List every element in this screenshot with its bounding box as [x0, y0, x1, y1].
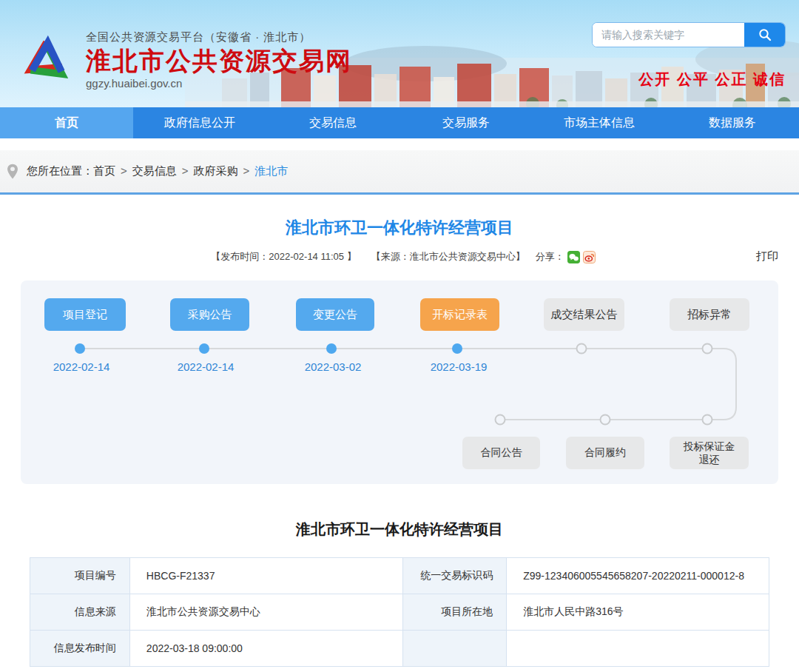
breadcrumb: 您所在位置：首页>交易信息>政府采购>淮北市 [27, 164, 288, 178]
timeline-connector-graphic [21, 280, 778, 484]
step-button-project-registration[interactable]: 项目登记 [44, 298, 126, 331]
wechat-icon[interactable] [567, 251, 580, 263]
table-row: 项目编号 HBCG-F21337 统一交易标识码 Z99-12340600554… [30, 558, 769, 594]
breadcrumb-huaibei[interactable]: 淮北市 [254, 164, 288, 177]
breadcrumb-bar: 您所在位置：首页>交易信息>政府采购>淮北市 [0, 150, 799, 195]
step-button-change-announcement[interactable]: 变更公告 [296, 298, 374, 331]
step-button-contract-performance[interactable]: 合同履约 [566, 437, 644, 469]
publish-time: 【发布时间：2022-02-14 11:05 】 [211, 250, 356, 263]
article-title: 淮北市环卫一体化特许经营项目 [0, 217, 799, 239]
nav-item-home[interactable]: 首页 [0, 107, 133, 138]
site-logo: 全国公共资源交易平台（安徽省 · 淮北市） 淮北市公共资源交易网 ggzy.hu… [13, 25, 352, 95]
share-label: 分享： [536, 250, 564, 263]
page: 全国公共资源交易平台（安徽省 · 淮北市） 淮北市公共资源交易网 ggzy.hu… [0, 0, 799, 672]
step-date-1: 2022-02-14 [37, 360, 126, 373]
step-button-contract-announcement[interactable]: 合同公告 [462, 437, 540, 469]
breadcrumb-gov-procurement[interactable]: 政府采购 [194, 164, 238, 177]
step-button-bid-abnormal[interactable]: 招标异常 [670, 298, 749, 331]
cell-value-project-location: 淮北市人民中路316号 [507, 594, 769, 631]
print-button[interactable]: 打印 [756, 249, 778, 263]
breadcrumb-trade-info[interactable]: 交易信息 [132, 164, 177, 177]
step-button-procurement-announcement[interactable]: 采购公告 [170, 298, 249, 331]
cell-label-publish-time: 信息发布时间 [30, 631, 130, 667]
search-input[interactable] [593, 23, 744, 47]
search-box [592, 22, 786, 47]
detail-section-title: 淮北市环卫一体化特许经营项目 [0, 520, 799, 540]
platform-line: 全国公共资源交易平台（安徽省 · 淮北市） [86, 30, 352, 44]
table-row: 信息来源 淮北市公共资源交易中心 项目所在地 淮北市人民中路316号 [30, 594, 769, 631]
cell-value-trade-code: Z99-123406005545658207-20220211-000012-8 [507, 558, 769, 594]
step-button-bid-opening-record[interactable]: 开标记录表 [420, 298, 499, 331]
nav-item-trade-service[interactable]: 交易服务 [400, 107, 533, 138]
article-meta-row: 【发布时间：2022-02-14 11:05 】 【来源：淮北市公共资源交易中心… [0, 249, 799, 264]
breadcrumb-home[interactable]: 首页 [93, 164, 115, 177]
step-date-2: 2022-02-14 [161, 360, 250, 373]
site-name: 淮北市公共资源交易网 [86, 46, 352, 76]
step-date-4: 2022-03-19 [414, 360, 503, 373]
breadcrumb-prefix: 您所在位置： [27, 164, 93, 177]
process-timeline-panel: 项目登记 采购公告 变更公告 开标记录表 成交结果公告 招标异常 2022-02… [21, 280, 778, 484]
location-pin-icon [6, 164, 19, 180]
nav-item-market-subject[interactable]: 市场主体信息 [533, 107, 666, 138]
nav-item-gov-info[interactable]: 政府信息公开 [133, 107, 266, 138]
search-button[interactable] [744, 23, 785, 47]
site-url: ggzy.huaibei.gov.cn [86, 77, 352, 90]
cell-label-project-number: 项目编号 [30, 558, 130, 594]
main-nav: 首页 政府信息公开 交易信息 交易服务 市场主体信息 数据服务 [0, 107, 799, 138]
nav-item-trade-info[interactable]: 交易信息 [266, 107, 400, 138]
cell-label-info-source: 信息来源 [30, 594, 130, 631]
step-button-award-result[interactable]: 成交结果公告 [544, 298, 624, 331]
cell-label-trade-code: 统一交易标识码 [403, 558, 507, 594]
integrity-slogan: 公开 公平 公正 诚信 [638, 70, 786, 90]
cell-label-empty [403, 631, 507, 667]
cell-value-publish-time: 2022-03-18 09:00:00 [129, 631, 403, 667]
step-button-bid-deposit-refund[interactable]: 投标保证金退还 [670, 437, 749, 469]
cell-label-project-location: 项目所在地 [403, 594, 507, 631]
cell-value-info-source: 淮北市公共资源交易中心 [129, 594, 403, 631]
nav-item-data-service[interactable]: 数据服务 [666, 107, 799, 138]
cell-value-project-number: HBCG-F21337 [129, 558, 403, 594]
source-label: 【来源：淮北市公共资源交易中心】 [371, 250, 525, 263]
cell-value-empty [507, 631, 769, 667]
project-info-table: 项目编号 HBCG-F21337 统一交易标识码 Z99-12340600554… [30, 557, 769, 667]
weibo-icon[interactable] [583, 251, 596, 263]
table-row: 信息发布时间 2022-03-18 09:00:00 [30, 631, 769, 667]
site-logo-triangle-icon [13, 25, 78, 95]
step-date-3: 2022-03-02 [289, 360, 377, 373]
magnifier-icon [758, 27, 772, 42]
header-banner: 全国公共资源交易平台（安徽省 · 淮北市） 淮北市公共资源交易网 ggzy.hu… [0, 0, 799, 107]
